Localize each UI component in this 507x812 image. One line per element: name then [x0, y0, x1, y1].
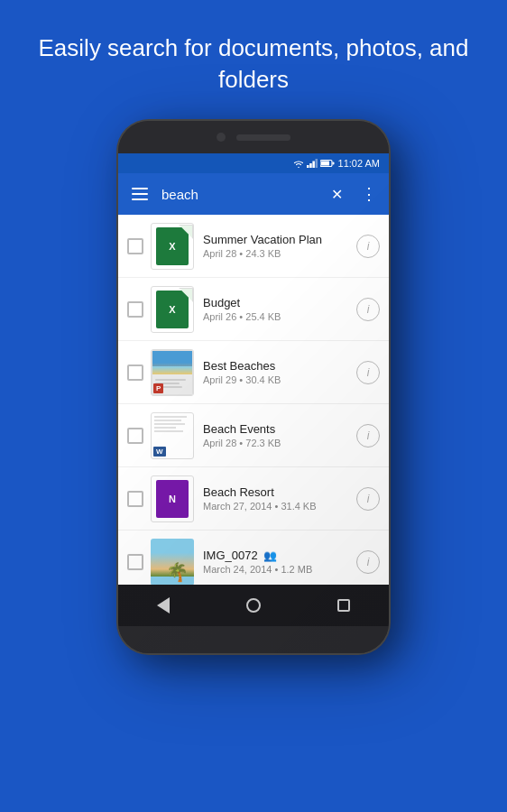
shared-icon: 👥: [263, 549, 277, 562]
info-button[interactable]: i: [356, 235, 380, 258]
svg-rect-0: [307, 165, 309, 168]
recents-button[interactable]: [327, 589, 360, 622]
status-time: 11:02 AM: [338, 158, 380, 169]
info-button[interactable]: i: [356, 361, 380, 384]
back-icon: [157, 597, 170, 614]
status-bar: 11:02 AM: [118, 153, 389, 173]
file-meta: April 28 • 24.3 KB: [203, 248, 356, 259]
file-name: IMG_0072 👥: [203, 549, 356, 562]
info-button[interactable]: i: [356, 550, 380, 574]
phone-body: 11:02 AM beach ✕ ⋮ X: [118, 121, 389, 653]
home-button[interactable]: [237, 589, 270, 622]
svg-rect-2: [312, 161, 315, 169]
file-name: Beach Events: [203, 422, 356, 436]
menu-button[interactable]: [125, 180, 154, 208]
phone-mockup: 11:02 AM beach ✕ ⋮ X: [114, 121, 393, 812]
file-checkbox[interactable]: [127, 238, 143, 254]
file-thumbnail: P: [151, 349, 194, 396]
file-checkbox[interactable]: [127, 428, 143, 444]
recents-icon: [337, 599, 350, 612]
search-query[interactable]: beach: [161, 187, 317, 202]
file-name: Summer Vacation Plan: [203, 233, 356, 246]
svg-rect-3: [315, 159, 318, 168]
hamburger-line: [132, 193, 148, 195]
file-info: Budget April 26 • 25.4 KB: [203, 296, 356, 322]
excel-icon: X: [156, 291, 189, 328]
status-icons: [293, 159, 335, 168]
clear-button[interactable]: ✕: [324, 181, 349, 207]
file-checkbox[interactable]: [127, 301, 143, 318]
file-list: X Summer Vacation Plan April 28 • 24.3 K…: [118, 215, 389, 585]
hamburger-line: [132, 188, 148, 189]
file-thumbnail: W: [151, 412, 194, 459]
file-name: Budget: [203, 296, 356, 309]
file-meta: March 24, 2014 • 1.2 MB: [203, 564, 356, 575]
file-meta: April 29 • 30.4 KB: [203, 374, 356, 385]
file-info: Best Beaches April 29 • 30.4 KB: [203, 359, 356, 385]
signal-icon: [307, 159, 318, 168]
list-item[interactable]: N Beach Resort March 27, 2014 • 31.4 KB …: [118, 467, 389, 531]
file-meta: April 28 • 72.3 KB: [203, 438, 356, 448]
file-checkbox[interactable]: [127, 364, 143, 381]
excel-icon: X: [156, 227, 189, 265]
speaker-bar: [236, 134, 290, 141]
file-meta: April 26 • 25.4 KB: [203, 311, 356, 322]
file-name: Beach Resort: [203, 485, 356, 499]
file-info: IMG_0072 👥 March 24, 2014 • 1.2 MB: [203, 549, 356, 575]
file-thumbnail: X: [151, 223, 194, 270]
list-item[interactable]: X Summer Vacation Plan April 28 • 24.3 K…: [118, 215, 389, 278]
hamburger-line: [132, 198, 148, 200]
file-meta: March 27, 2014 • 31.4 KB: [203, 501, 356, 512]
file-thumbnail: X: [151, 286, 194, 333]
list-item[interactable]: 🌴 IMG_0072 👥 March 24, 2014 • 1.2 MB i: [118, 531, 389, 585]
wifi-icon: [293, 159, 304, 168]
camera-dot: [217, 133, 226, 142]
file-info: Beach Resort March 27, 2014 • 31.4 KB: [203, 485, 356, 512]
file-info: Beach Events April 28 • 72.3 KB: [203, 422, 356, 448]
info-button[interactable]: i: [356, 424, 380, 448]
list-item[interactable]: X Budget April 26 • 25.4 KB i: [118, 278, 389, 341]
file-checkbox[interactable]: [127, 491, 143, 507]
file-info: Summer Vacation Plan April 28 • 24.3 KB: [203, 233, 356, 259]
phone-bottom-bar: [118, 626, 389, 653]
more-options-button[interactable]: ⋮: [356, 181, 382, 207]
file-thumbnail: N: [151, 475, 194, 522]
onenote-icon: N: [156, 480, 189, 518]
info-button[interactable]: i: [356, 487, 380, 511]
file-name: Best Beaches: [203, 359, 356, 373]
headline: Easily search for documents, photos, and…: [0, 0, 507, 121]
svg-rect-1: [309, 163, 312, 168]
svg-rect-5: [332, 162, 334, 165]
search-bar[interactable]: beach ✕ ⋮: [118, 173, 389, 215]
phone-nav-bar: [118, 585, 389, 626]
svg-rect-6: [321, 161, 329, 166]
battery-icon: [320, 159, 335, 168]
back-button[interactable]: [147, 589, 180, 622]
home-icon: [246, 598, 261, 613]
phone-screen: 11:02 AM beach ✕ ⋮ X: [118, 153, 389, 585]
info-button[interactable]: i: [356, 298, 380, 321]
list-item[interactable]: W Beach Events April 28 • 72.3 KB i: [118, 404, 389, 467]
file-thumbnail: 🌴: [151, 539, 194, 586]
list-item[interactable]: P Best Beaches April 29 • 30.4 KB i: [118, 341, 389, 404]
phone-top-bar: [118, 121, 389, 153]
file-checkbox[interactable]: [127, 554, 143, 570]
